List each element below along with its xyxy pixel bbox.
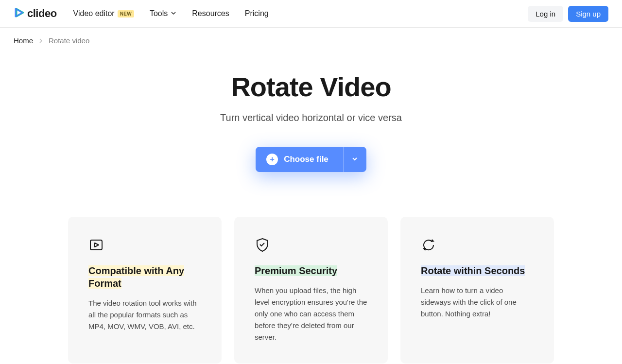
feature-body: When you upload files, the high level en… — [255, 285, 367, 343]
feature-card-speed: Rotate within Seconds Learn how to turn … — [400, 217, 554, 364]
svg-marker-5 — [423, 248, 426, 251]
feature-cards: Compatible with Any Format The video rot… — [0, 217, 622, 364]
chevron-down-icon — [351, 156, 358, 164]
breadcrumb-current: Rotate video — [49, 36, 89, 45]
login-button[interactable]: Log in — [528, 6, 563, 22]
new-badge: NEW — [118, 10, 134, 17]
breadcrumb-home[interactable]: Home — [14, 36, 33, 45]
header: clideo Video editor NEW Tools Resources … — [0, 0, 622, 28]
choose-file-group: + Choose file — [256, 147, 366, 172]
logo[interactable]: clideo — [14, 7, 57, 20]
main-nav: Video editor NEW Tools Resources Pricing — [73, 9, 269, 18]
header-left: clideo Video editor NEW Tools Resources … — [14, 7, 269, 20]
feature-title: Premium Security — [255, 265, 337, 276]
chevron-right-icon — [39, 36, 43, 45]
hero: Rotate Video Turn vertical video horizon… — [0, 71, 622, 172]
page-title: Rotate Video — [0, 71, 622, 103]
nav-label: Tools — [150, 9, 168, 18]
shield-icon — [255, 237, 270, 253]
play-logo-icon — [14, 7, 25, 20]
feature-card-security: Premium Security When you upload files, … — [234, 217, 388, 364]
feature-card-format: Compatible with Any Format The video rot… — [68, 217, 222, 364]
nav-resources[interactable]: Resources — [192, 9, 229, 18]
page-subtitle: Turn vertical video horizontal or vice v… — [0, 112, 622, 123]
nav-label: Video editor — [73, 9, 115, 18]
breadcrumb: Home Rotate video — [0, 28, 622, 53]
signup-button[interactable]: Sign up — [568, 6, 608, 22]
svg-marker-3 — [95, 243, 99, 247]
feature-title: Rotate within Seconds — [421, 265, 525, 276]
video-icon — [88, 237, 104, 253]
nav-tools[interactable]: Tools — [150, 9, 176, 18]
rotate-icon — [421, 237, 436, 253]
plus-icon: + — [266, 154, 278, 165]
choose-file-dropdown[interactable] — [343, 147, 366, 172]
svg-marker-4 — [431, 239, 434, 242]
feature-body: Learn how to turn a video sideways with … — [421, 285, 534, 320]
feature-title: Compatible with Any Format — [88, 265, 184, 289]
svg-rect-2 — [90, 240, 102, 250]
nav-pricing[interactable]: Pricing — [245, 9, 269, 18]
nav-label: Pricing — [245, 9, 269, 18]
choose-file-button[interactable]: + Choose file — [256, 147, 343, 172]
nav-video-editor[interactable]: Video editor NEW — [73, 9, 134, 18]
feature-body: The video rotation tool works with all t… — [88, 297, 201, 332]
logo-text: clideo — [27, 7, 57, 20]
nav-label: Resources — [192, 9, 229, 18]
chevron-down-icon — [171, 9, 176, 18]
choose-file-label: Choose file — [284, 155, 328, 164]
header-auth: Log in Sign up — [528, 6, 608, 22]
